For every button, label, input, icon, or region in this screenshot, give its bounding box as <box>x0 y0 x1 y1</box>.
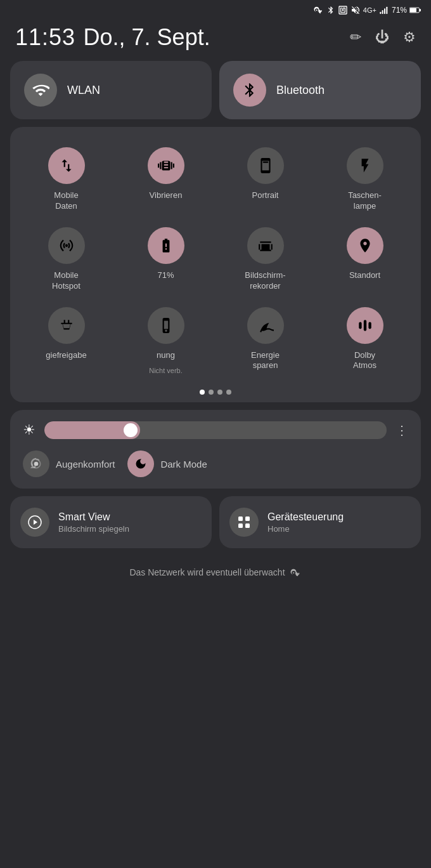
battery-tile[interactable]: 71% <box>116 220 216 299</box>
smart-view-text: Smart View Bildschirm spiegeln <box>58 511 129 534</box>
energy-save-icon <box>247 307 284 344</box>
energy-share-tile[interactable]: giefreigabe <box>16 299 116 383</box>
energy-share-label: giefreigabe <box>46 350 86 361</box>
svg-rect-8 <box>262 162 268 163</box>
energy-share-icon <box>48 307 85 344</box>
location-tile[interactable]: Standort <box>315 220 415 299</box>
bluetooth-tile[interactable]: Bluetooth <box>219 61 421 119</box>
device-control-text: Gerätesteuerung Home <box>267 511 344 534</box>
location-icon <box>347 227 383 264</box>
energy-save-tile[interactable]: Energiesparen <box>216 299 315 383</box>
svg-rect-3 <box>384 8 385 14</box>
mobile-data-icon <box>48 147 85 184</box>
brightness-panel: ☀ ⋮ Augenkomfort <box>10 410 421 489</box>
pagination-dots <box>16 390 415 395</box>
svg-rect-9 <box>359 322 361 329</box>
hotspot-label: MobileHotspot <box>52 270 80 292</box>
power-icon[interactable]: ⏻ <box>375 29 389 46</box>
mobile-data-tile[interactable]: MobileDaten <box>16 140 116 220</box>
dot-1 <box>200 390 205 395</box>
status-bar: 4G+ 71% <box>0 0 431 18</box>
brightness-sun-icon: ☀ <box>23 422 35 438</box>
portrait-icon <box>247 147 284 184</box>
display-modes: Augenkomfort Dark Mode <box>23 450 408 477</box>
svg-marker-14 <box>34 520 37 525</box>
brightness-handle[interactable] <box>124 423 138 437</box>
svg-point-0 <box>316 10 318 11</box>
settings-icon[interactable]: ⚙ <box>403 29 416 46</box>
vibrate-tile[interactable]: Vibrieren <box>116 140 216 220</box>
device-control-title: Gerätesteuerung <box>267 511 344 523</box>
grid-row-2: MobileHotspot 71% Bildschirm-rekorder <box>16 220 415 299</box>
svg-rect-7 <box>420 9 421 11</box>
device-control-tile[interactable]: Gerätesteuerung Home <box>219 496 421 548</box>
dolby-label: DolbyAtmos <box>353 350 376 372</box>
svg-rect-11 <box>368 322 371 329</box>
eye-comfort-label: Augenkomfort <box>56 459 115 470</box>
footer-text: Das Netzwerk wird eventuell überwacht <box>129 567 285 577</box>
eye-comfort-tile[interactable]: Augenkomfort <box>23 450 115 477</box>
brightness-fill <box>44 421 140 439</box>
energy-save-label: Energiesparen <box>251 350 280 372</box>
hotspot-icon <box>48 227 85 264</box>
dark-mode-tile[interactable]: Dark Mode <box>127 450 207 477</box>
brightness-menu-icon[interactable]: ⋮ <box>396 423 408 438</box>
header: 11:53 Do., 7. Sept. ✏ ⏻ ⚙ <box>0 18 431 61</box>
smart-view-subtitle: Bildschirm spiegeln <box>58 524 129 534</box>
quick-settings-grid: MobileDaten Vibrieren Portrait <box>10 127 421 402</box>
device-control-icon <box>229 508 259 537</box>
brightness-bar[interactable] <box>44 421 387 439</box>
bluetooth-status-icon <box>326 5 335 15</box>
datetime: 11:53 Do., 7. Sept. <box>15 24 210 51</box>
portrait-label: Portrait <box>252 190 279 201</box>
time: 11:53 <box>15 24 75 50</box>
wlan-tile[interactable]: WLAN <box>10 61 212 119</box>
portrait-tile[interactable]: Portrait <box>216 140 315 220</box>
battery-icon <box>409 6 421 15</box>
wlan-label: WLAN <box>67 84 100 97</box>
screen-recorder-label: Bildschirm-rekorder <box>245 270 285 292</box>
battery-tile-icon <box>148 227 184 264</box>
svg-rect-1 <box>380 12 381 14</box>
vibrate-icon <box>148 147 184 184</box>
smart-view-icon <box>20 508 49 537</box>
top-tiles: WLAN Bluetooth <box>0 61 431 119</box>
smart-view-tile[interactable]: Smart View Bildschirm spiegeln <box>10 496 212 548</box>
signal-icon <box>379 5 389 15</box>
svg-rect-16 <box>245 516 250 521</box>
device-control-subtitle: Home <box>267 524 344 534</box>
dark-mode-label: Dark Mode <box>160 459 207 470</box>
mute-icon <box>351 5 361 15</box>
nfc-icon <box>338 5 348 15</box>
grid-row-1: MobileDaten Vibrieren Portrait <box>16 140 415 220</box>
screen-recorder-tile[interactable]: Bildschirm-rekorder <box>216 220 315 299</box>
battery-percentage: 71% <box>392 6 407 15</box>
location-label: Standort <box>349 270 380 281</box>
flashlight-tile[interactable]: Taschen-lampe <box>315 140 415 220</box>
vibrate-label: Vibrieren <box>150 190 183 201</box>
status-icons: 4G+ 71% <box>314 5 421 15</box>
remote-tile[interactable]: nung Nicht verb. <box>116 299 216 383</box>
dolby-tile[interactable]: DolbyAtmos <box>315 299 415 383</box>
flashlight-icon <box>347 147 383 184</box>
dolby-icon <box>347 307 383 344</box>
brightness-row: ☀ ⋮ <box>23 421 408 439</box>
bluetooth-icon-circle <box>233 74 266 107</box>
svg-rect-10 <box>363 320 366 331</box>
bottom-tiles: Smart View Bildschirm spiegeln Geräteste… <box>0 496 431 548</box>
network-type: 4G+ <box>363 6 376 14</box>
dot-3 <box>217 390 222 395</box>
screen-recorder-icon <box>247 227 284 264</box>
battery-tile-label: 71% <box>157 270 174 281</box>
edit-icon[interactable]: ✏ <box>350 29 361 46</box>
svg-rect-2 <box>382 10 383 14</box>
wifi-icon <box>32 81 49 99</box>
eye-comfort-icon <box>23 450 49 477</box>
key-icon <box>314 5 324 15</box>
hotspot-tile[interactable]: MobileHotspot <box>16 220 116 299</box>
bluetooth-icon <box>241 82 258 98</box>
footer: Das Netzwerk wird eventuell überwacht <box>0 561 431 584</box>
grid-row-3: giefreigabe nung Nicht verb. Energiespar… <box>16 299 415 383</box>
wlan-icon-circle <box>24 74 57 107</box>
remote-label: nung <box>157 350 175 361</box>
